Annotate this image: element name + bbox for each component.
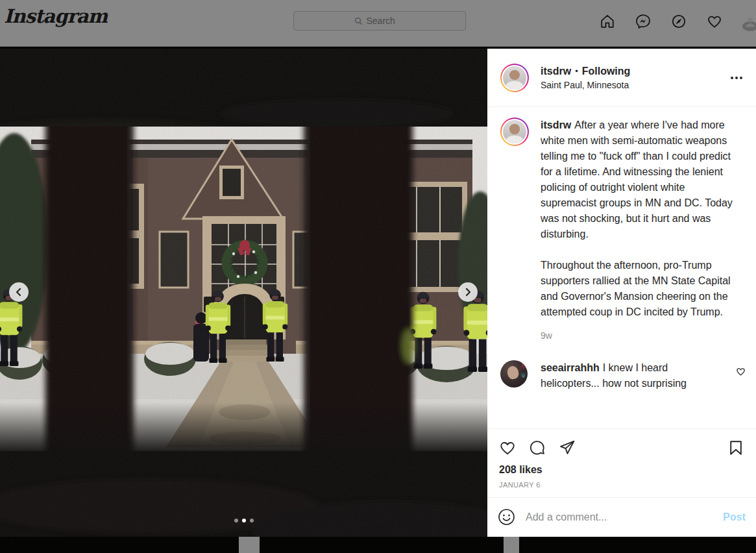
- like-button[interactable]: [498, 438, 517, 458]
- comment-input[interactable]: [524, 511, 718, 524]
- chevron-right-icon: [463, 287, 473, 297]
- comment-bubble-icon: [529, 439, 546, 456]
- heart-icon: [736, 367, 746, 376]
- share-button[interactable]: [557, 438, 577, 458]
- carousel-dot[interactable]: [234, 519, 238, 522]
- separator-dot: •: [575, 66, 578, 76]
- story-ring: [500, 117, 529, 146]
- comment-like-button[interactable]: [736, 367, 746, 378]
- author-username-link[interactable]: itsdrw: [541, 66, 571, 77]
- following-button[interactable]: Following: [582, 66, 631, 77]
- chevron-left-icon: [14, 287, 24, 297]
- action-bar: [498, 433, 746, 463]
- comment-composer: Post: [487, 497, 756, 537]
- caption-author-avatar[interactable]: [503, 120, 526, 143]
- smiley-icon: [498, 508, 515, 526]
- save-button[interactable]: [726, 438, 746, 458]
- location-link[interactable]: Saint Paul, Minnesota: [541, 80, 727, 90]
- post-date: JANUARY 6: [499, 481, 746, 489]
- author-avatar[interactable]: [503, 66, 526, 90]
- share-plane-icon: [559, 439, 576, 456]
- story-ring: [500, 64, 529, 92]
- likes-count[interactable]: 208 likes: [499, 464, 746, 476]
- carousel-dot[interactable]: [242, 519, 246, 522]
- bookmark-icon: [727, 439, 744, 456]
- comment-button[interactable]: [528, 438, 547, 458]
- more-options-button[interactable]: [727, 69, 746, 87]
- post-modal: itsdrw • Following Saint Paul, Minnesota…: [0, 49, 756, 537]
- post-photo: [0, 49, 487, 537]
- carousel-next-button[interactable]: [458, 282, 478, 302]
- caption: itsdrwAfter a year where I've had more w…: [500, 117, 746, 320]
- commenter-avatar[interactable]: [500, 360, 528, 387]
- post-panel: itsdrw • Following Saint Paul, Minnesota…: [487, 49, 756, 537]
- post-timestamp: 9w: [541, 330, 746, 341]
- post-media: [0, 49, 487, 537]
- emoji-button[interactable]: [498, 508, 515, 526]
- more-options-icon: [731, 77, 733, 79]
- commenter-username-link[interactable]: seeairrahhh: [541, 362, 600, 373]
- carousel-dot[interactable]: [250, 519, 254, 522]
- post-comment-button[interactable]: Post: [718, 511, 746, 523]
- caption-text: After a year where I've had more white m…: [541, 119, 733, 240]
- caption-text: Throughout the afternoon, pro-Trump supp…: [541, 258, 735, 320]
- carousel-dots: [0, 519, 487, 522]
- heart-icon: [499, 439, 516, 456]
- post-footer: 208 likes JANUARY 6 Post: [487, 428, 756, 537]
- comment: seeairrahhhI knew I heard helicopters...…: [500, 360, 746, 391]
- caption-username-link[interactable]: itsdrw: [541, 119, 571, 130]
- carousel-prev-button[interactable]: [9, 282, 29, 302]
- post-body: itsdrwAfter a year where I've had more w…: [487, 107, 756, 428]
- post-header: itsdrw • Following Saint Paul, Minnesota: [487, 49, 756, 107]
